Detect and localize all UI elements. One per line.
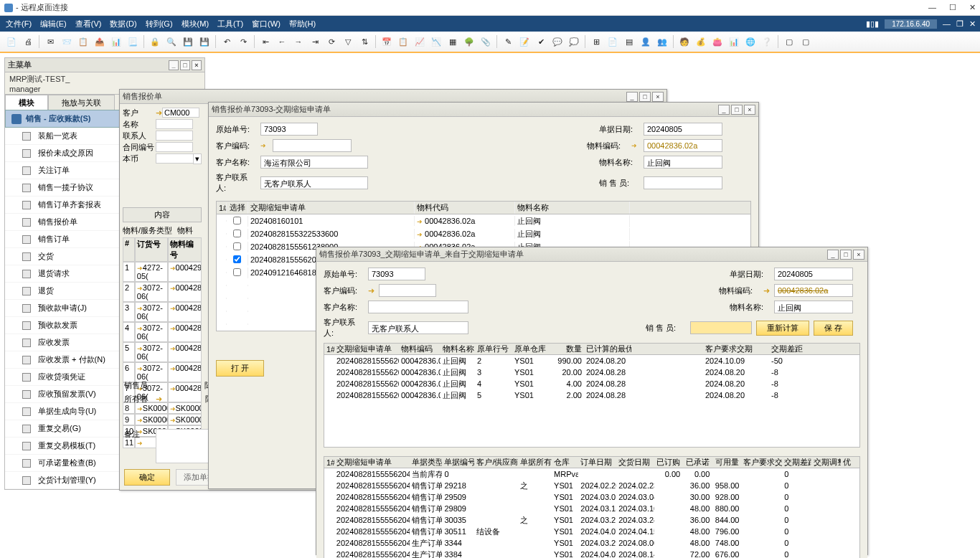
tool-task-icon[interactable]: 📋 bbox=[396, 34, 410, 49]
win3-date-field[interactable]: 20240805 bbox=[774, 268, 853, 280]
tool-excel-icon[interactable]: 📊 bbox=[109, 34, 123, 49]
mainmenu-tab-dnd[interactable]: 拖放与关联 bbox=[48, 95, 115, 110]
chart-icon[interactable]: ▮▯▮ bbox=[866, 19, 879, 29]
menu-tool[interactable]: 工具(T) bbox=[217, 19, 243, 29]
tool-sort-icon[interactable]: ⇅ bbox=[357, 34, 372, 49]
menu-view[interactable]: 查看(V) bbox=[75, 19, 102, 29]
table-row[interactable]: 5➜3072-06(➜00042836.02 bbox=[123, 342, 202, 362]
tool-tree-icon[interactable]: 🌳 bbox=[462, 34, 476, 49]
tool-report-icon[interactable]: 📈 bbox=[413, 34, 427, 49]
row-checkbox[interactable] bbox=[233, 268, 241, 276]
menu-help[interactable]: 帮助(H) bbox=[289, 19, 316, 29]
tool-profile-icon[interactable]: 🧑 bbox=[677, 34, 692, 49]
mainmenu-tab-module[interactable]: 模块 bbox=[5, 95, 48, 110]
app-restore-button[interactable]: ❐ bbox=[956, 19, 963, 29]
tool-undo-icon[interactable]: ↶ bbox=[220, 34, 234, 49]
tool-find-icon[interactable]: 🔍 bbox=[164, 34, 179, 49]
rdp-maximize-button[interactable]: ☐ bbox=[949, 3, 956, 12]
tool-user-icon[interactable]: 👤 bbox=[639, 34, 653, 49]
table-row[interactable]: 2024082815556204710000042836.0止回阀4YS014.… bbox=[324, 378, 859, 389]
table-row[interactable]: 6➜3072-06(➜00042836.02 bbox=[123, 362, 202, 382]
tool-edit-icon[interactable]: ✎ bbox=[501, 34, 515, 49]
tool-comment-icon[interactable]: 💬 bbox=[550, 34, 565, 49]
win2-date-field[interactable]: 20240805 bbox=[644, 123, 722, 136]
tool-approve-icon[interactable]: ✔ bbox=[534, 34, 548, 49]
win2-sales-field[interactable] bbox=[644, 176, 722, 189]
win3-save-button[interactable]: 保 存 bbox=[814, 321, 853, 336]
table-row[interactable]: 2024082815556204710000042836.0止回阀2YS0199… bbox=[324, 355, 859, 367]
row-checkbox[interactable] bbox=[233, 217, 241, 224]
tool-refresh-icon[interactable]: ⟳ bbox=[324, 34, 339, 49]
table-row[interactable]: 2➜3072-06(➜00042864.01 bbox=[123, 282, 202, 302]
tool-copy-icon[interactable]: 📋 bbox=[76, 34, 90, 49]
dropdown-icon[interactable]: ▾ bbox=[193, 153, 202, 164]
tool-first-icon[interactable]: ⇤ bbox=[258, 34, 273, 49]
tool-globe-icon[interactable]: 🌐 bbox=[743, 34, 758, 49]
tool-note-icon[interactable]: 📝 bbox=[517, 34, 532, 49]
win2-mat-field[interactable]: 00042836.02a bbox=[644, 139, 722, 152]
tool-chart2-icon[interactable]: 📊 bbox=[727, 34, 741, 49]
row-checkbox[interactable] bbox=[233, 230, 241, 237]
win2-orig-field[interactable]: 73093 bbox=[260, 123, 318, 136]
tool-filter-icon[interactable]: ▽ bbox=[341, 34, 355, 49]
win1-maximize[interactable]: □ bbox=[639, 92, 651, 102]
win1-content-tab[interactable]: 内容 bbox=[123, 207, 202, 222]
tool-money-icon[interactable]: 💰 bbox=[694, 34, 708, 49]
win3-mat-field[interactable]: 00042836.02a bbox=[774, 284, 853, 297]
win3-cust-field[interactable] bbox=[379, 284, 436, 297]
tool-print-icon[interactable]: 🖨 bbox=[21, 34, 35, 49]
win1-ok-button[interactable]: 确定 bbox=[124, 469, 170, 486]
table-row[interactable]: 3➜3072-06(➜00042836.02 bbox=[123, 302, 202, 322]
menu-file[interactable]: 文件(F) bbox=[6, 19, 32, 29]
menu-goto[interactable]: 转到(G) bbox=[146, 19, 173, 29]
win2-ccontact-field[interactable]: 无客户联系人 bbox=[260, 176, 368, 189]
tool-cal-icon[interactable]: 📅 bbox=[380, 34, 394, 49]
rdp-minimize-button[interactable]: — bbox=[928, 3, 936, 12]
win2-cname-field[interactable]: 海运有限公司 bbox=[260, 156, 368, 169]
app-minimize-button[interactable]: — bbox=[943, 19, 951, 28]
tool-new-icon[interactable]: 📄 bbox=[4, 34, 19, 49]
win2-mname-field[interactable]: 止回阀 bbox=[644, 156, 722, 169]
rdp-close-button[interactable]: ✕ bbox=[969, 3, 976, 12]
win3-minimize[interactable]: _ bbox=[827, 250, 839, 260]
tool-save2-icon[interactable]: 💾 bbox=[197, 34, 212, 49]
tool-next-icon[interactable]: → bbox=[291, 34, 306, 49]
menu-window[interactable]: 窗口(W) bbox=[252, 19, 281, 29]
win2-minimize[interactable]: _ bbox=[718, 105, 730, 115]
mainmenu-maximize[interactable]: □ bbox=[180, 60, 190, 70]
win3-maximize[interactable]: □ bbox=[840, 250, 852, 260]
tool-doc2-icon[interactable]: ▢ bbox=[798, 34, 813, 49]
win1-customer-field[interactable]: CM000 bbox=[162, 108, 199, 118]
win3-orig-field[interactable]: 73093 bbox=[368, 268, 425, 280]
tool-sms-icon[interactable]: 📨 bbox=[60, 34, 74, 49]
win2-close[interactable]: × bbox=[744, 105, 755, 115]
menu-edit[interactable]: 编辑(E) bbox=[40, 19, 67, 29]
table-row[interactable]: 20240828155556204销售订单30035之YS012024.03.2… bbox=[324, 514, 859, 526]
tool-word-icon[interactable]: 📃 bbox=[126, 34, 140, 49]
win1-name-field[interactable] bbox=[156, 119, 193, 129]
mainmenu-minimize[interactable]: _ bbox=[169, 60, 179, 70]
tool-grid-icon[interactable]: ▤ bbox=[622, 34, 636, 49]
tool-doc1-icon[interactable]: ▢ bbox=[782, 34, 796, 49]
tool-mail-icon[interactable]: ✉ bbox=[43, 34, 57, 49]
win1-contract-field[interactable] bbox=[156, 142, 193, 152]
table-row[interactable]: 20240828155556204销售订单29509YS012024.03.01… bbox=[324, 491, 859, 503]
win3-close[interactable]: × bbox=[853, 250, 864, 260]
tool-form-icon[interactable]: 📄 bbox=[606, 34, 620, 49]
win1-contact-field[interactable] bbox=[156, 131, 193, 141]
tool-table-icon[interactable]: ⊞ bbox=[589, 34, 603, 49]
table-row[interactable]: 4➜3072-06(➜00042836.02 bbox=[123, 322, 202, 342]
tool-chat-icon[interactable]: 💭 bbox=[567, 34, 581, 49]
tool-graph-icon[interactable]: 📉 bbox=[429, 34, 443, 49]
tool-prev-icon[interactable]: ← bbox=[275, 34, 289, 49]
table-row[interactable]: 202408160101➜ 00042836.02a止回阀 bbox=[217, 214, 750, 227]
table-row[interactable]: 1➜4272-05(➜00042984.01 bbox=[123, 262, 202, 282]
win1-close[interactable]: × bbox=[652, 92, 664, 102]
table-row[interactable]: 20240828155556204销售订单29809YS012024.03.13… bbox=[324, 503, 859, 514]
table-row[interactable]: 20240828155556204生产订单3344YS012024.03.292… bbox=[324, 537, 859, 549]
win1-minimize[interactable]: _ bbox=[626, 92, 638, 102]
tool-attach-icon[interactable]: 📎 bbox=[479, 34, 493, 49]
table-row[interactable]: 20240828155322533600➜ 00042836.02a止回阀 bbox=[217, 227, 750, 240]
tool-users-icon[interactable]: 👥 bbox=[655, 34, 669, 49]
win1-currency-field[interactable] bbox=[156, 153, 193, 164]
